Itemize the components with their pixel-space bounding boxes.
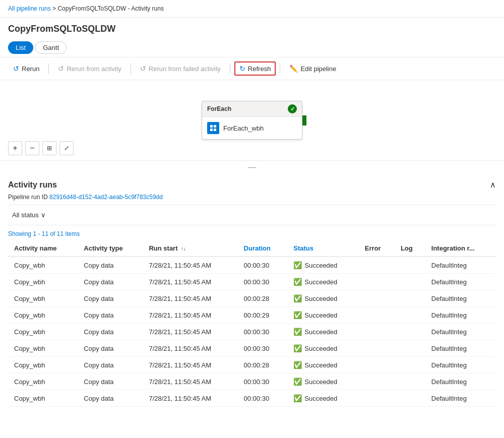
node-header: ForEach ✓ <box>202 101 302 117</box>
col-status: Status <box>287 240 359 257</box>
table-row[interactable]: Copy_wbh Copy data 7/28/21, 11:50:45 AM … <box>8 357 496 373</box>
refresh-label: Refresh <box>248 65 271 73</box>
diagram-controls: + − ⊞ ⤢ <box>8 141 74 155</box>
expand-button[interactable]: ⤢ <box>59 141 74 155</box>
cell-log <box>395 290 425 307</box>
col-log: Log <box>395 240 425 257</box>
cell-duration: 00:00:30 <box>238 373 288 390</box>
cell-status: ✅ Succeeded <box>287 373 359 390</box>
showing-text: Showing <box>8 230 31 237</box>
status-success-icon: ✅ <box>293 294 302 302</box>
pipeline-run-id-link[interactable]: 82916d48-d152-4ad2-aeab-5c9f783c59dd <box>49 194 163 201</box>
status-label: Succeeded <box>304 278 337 286</box>
table-row[interactable]: Copy_wbh Copy data 7/28/21, 11:50:45 AM … <box>8 307 496 324</box>
cell-run-start: 7/28/21, 11:50:45 AM <box>143 290 237 307</box>
cell-integration-runtime: DefaultInteg <box>425 307 496 324</box>
cell-activity-type: Copy data <box>78 373 143 390</box>
cell-activity-type: Copy data <box>78 257 143 274</box>
cell-duration: 00:00:30 <box>238 324 288 340</box>
cell-status: ✅ Succeeded <box>287 390 359 407</box>
activity-runs-section: Activity runs ∧ Pipeline run ID 82916d48… <box>0 174 504 407</box>
toolbar-divider-3 <box>230 64 230 74</box>
fit-view-button[interactable]: ⊞ <box>42 141 56 155</box>
table-header: Activity name Activity type Run start ↑↓… <box>8 240 496 257</box>
table-row[interactable]: Copy_wbh Copy data 7/28/21, 11:50:45 AM … <box>8 390 496 407</box>
status-success-icon: ✅ <box>293 278 302 286</box>
table-row[interactable]: Copy_wbh Copy data 7/28/21, 11:50:45 AM … <box>8 274 496 290</box>
cell-run-start: 7/28/21, 11:50:45 AM <box>143 373 237 390</box>
status-label: Succeeded <box>304 311 337 319</box>
zoom-out-button[interactable]: − <box>25 141 39 155</box>
status-success-icon: ✅ <box>293 344 302 352</box>
filter-label: All status <box>12 211 39 219</box>
list-view-button[interactable]: List <box>8 41 33 54</box>
cell-log <box>395 324 425 340</box>
cell-error <box>359 307 395 324</box>
refresh-button[interactable]: ↻ Refresh <box>234 61 276 76</box>
cell-error <box>359 290 395 307</box>
rerun-from-failed-button[interactable]: ↺ Rerun from failed activity <box>135 61 226 76</box>
zoom-in-button[interactable]: + <box>8 141 22 155</box>
status-success-icon: ✅ <box>293 394 302 402</box>
cell-log <box>395 357 425 373</box>
cell-error <box>359 357 395 373</box>
col-integration-runtime: Integration r... <box>425 240 496 257</box>
rerun-button[interactable]: ↺ Rerun <box>8 61 44 76</box>
edit-pipeline-button[interactable]: ✏️ Edit pipeline <box>284 61 341 76</box>
col-run-start[interactable]: Run start ↑↓ <box>143 240 237 257</box>
header-row: Activity name Activity type Run start ↑↓… <box>8 240 496 257</box>
cell-status: ✅ Succeeded <box>287 340 359 357</box>
status-success-icon: ✅ <box>293 328 302 336</box>
cell-run-start: 7/28/21, 11:50:45 AM <box>143 274 237 290</box>
rerun-activity-icon: ↺ <box>58 65 64 73</box>
cell-duration: 00:00:28 <box>238 357 288 373</box>
status-label: Succeeded <box>304 328 337 336</box>
breadcrumb-current: CopyFromSQLToSQLDW - Activity runs <box>57 5 164 12</box>
cell-log <box>395 307 425 324</box>
rerun-from-failed-label: Rerun from failed activity <box>149 65 221 73</box>
cell-integration-runtime: DefaultInteg <box>425 340 496 357</box>
rerun-failed-icon: ↺ <box>140 65 146 73</box>
toolbar-divider-4 <box>280 64 280 74</box>
status-filter-button[interactable]: All status ∨ <box>8 209 50 221</box>
collapse-button[interactable]: ∧ <box>490 180 496 190</box>
cell-integration-runtime: DefaultInteg <box>425 324 496 340</box>
rerun-label: Rerun <box>22 65 39 73</box>
cell-activity-name: Copy_wbh <box>8 290 78 307</box>
breadcrumb-link[interactable]: All pipeline runs <box>8 5 51 12</box>
cell-duration: 00:00:29 <box>238 307 288 324</box>
cell-activity-name: Copy_wbh <box>8 373 78 390</box>
status-label: Succeeded <box>304 395 337 402</box>
table-row[interactable]: Copy_wbh Copy data 7/28/21, 11:50:45 AM … <box>8 373 496 390</box>
node-success-badge: ✓ <box>288 104 297 113</box>
pipeline-node[interactable]: ForEach ✓ ForEach_wbh <box>202 101 302 140</box>
table-row[interactable]: Copy_wbh Copy data 7/28/21, 11:50:45 AM … <box>8 324 496 340</box>
cell-activity-name: Copy_wbh <box>8 307 78 324</box>
cell-error <box>359 324 395 340</box>
col-activity-name: Activity name <box>8 240 78 257</box>
svg-rect-1 <box>214 125 216 128</box>
showing-count: 11 <box>57 230 64 237</box>
cell-log <box>395 390 425 407</box>
table-row[interactable]: Copy_wbh Copy data 7/28/21, 11:50:45 AM … <box>8 340 496 357</box>
separator: — <box>0 161 504 174</box>
col-error: Error <box>359 240 395 257</box>
status-success-icon: ✅ <box>293 311 302 319</box>
rerun-from-activity-button[interactable]: ↺ Rerun from activity <box>53 61 126 76</box>
node-body: ForEach_wbh <box>202 117 302 139</box>
edit-icon: ✏️ <box>289 65 298 73</box>
table-row[interactable]: Copy_wbh Copy data 7/28/21, 11:50:45 AM … <box>8 290 496 307</box>
table-row[interactable]: Copy_wbh Copy data 7/28/21, 11:50:45 AM … <box>8 257 496 274</box>
toolbar-divider-1 <box>48 64 49 74</box>
cell-run-start: 7/28/21, 11:50:45 AM <box>143 340 237 357</box>
cell-run-start: 7/28/21, 11:50:45 AM <box>143 257 237 274</box>
svg-rect-0 <box>210 125 213 128</box>
pipeline-run-id: Pipeline run ID 82916d48-d152-4ad2-aeab-… <box>8 194 496 205</box>
filter-chevron-icon: ∨ <box>41 211 46 219</box>
showing-range: 1 - 11 <box>33 230 48 237</box>
cell-integration-runtime: DefaultInteg <box>425 257 496 274</box>
cell-duration: 00:00:30 <box>238 257 288 274</box>
gantt-view-button[interactable]: Gantt <box>35 41 67 54</box>
cell-duration: 00:00:30 <box>238 390 288 407</box>
node-connector <box>302 115 306 126</box>
